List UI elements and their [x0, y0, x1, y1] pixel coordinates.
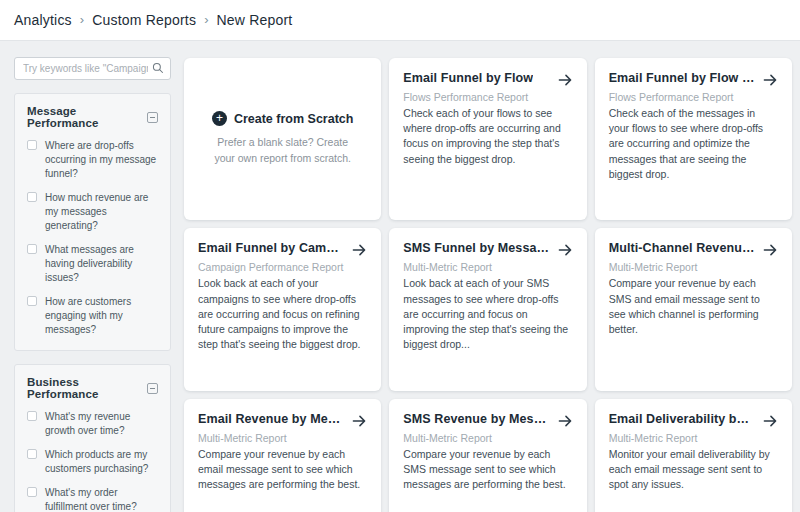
filter-section-header: Business Performance [27, 376, 158, 400]
create-from-scratch-card[interactable]: + Create from Scratch Prefer a blank sla… [184, 58, 381, 220]
report-card-title: Email Funnel by Campaign [198, 241, 345, 255]
breadcrumb-item[interactable]: Analytics [14, 12, 72, 28]
report-card-title: SMS Funnel by Message [403, 241, 550, 255]
report-grid: + Create from Scratch Prefer a blank sla… [184, 58, 792, 512]
report-card-description: Check each of your flows to see where dr… [403, 106, 572, 167]
filter-section-title: Message Performance [27, 105, 147, 129]
filter-question[interactable]: What's my revenue growth over time? [27, 410, 158, 438]
report-card[interactable]: Email Revenue by Message Multi-Metric Re… [184, 399, 381, 512]
report-card-description: Compare your revenue by each SMS message… [403, 447, 572, 493]
report-card[interactable]: SMS Revenue by Message Multi-Metric Repo… [389, 399, 586, 512]
arrow-right-icon[interactable] [762, 413, 778, 429]
search-wrap [14, 57, 171, 80]
report-card-title: Email Funnel by Flow Message [609, 71, 756, 85]
filter-question-label: How much revenue are my messages generat… [45, 191, 158, 233]
filter-question-list: Where are drop-offs occurring in my mess… [27, 139, 158, 337]
report-card-header: Email Deliverability by Message [609, 412, 778, 429]
collapse-icon[interactable] [147, 383, 158, 394]
collapse-icon[interactable] [147, 112, 158, 123]
breadcrumb-separator-icon: › [80, 12, 84, 27]
report-card-subtitle: Flows Performance Report [403, 91, 572, 103]
report-card-title: Multi-Channel Revenue by Mess... [609, 241, 756, 255]
breadcrumb-item: New Report [216, 12, 292, 28]
arrow-right-icon[interactable] [351, 242, 367, 258]
checkbox[interactable] [27, 296, 37, 306]
report-card-subtitle: Multi-Metric Report [403, 432, 572, 444]
create-card-description: Prefer a blank slate? Create your own re… [208, 135, 357, 167]
report-card[interactable]: SMS Funnel by Message Multi-Metric Repor… [389, 228, 586, 390]
report-card-title: Email Deliverability by Message [609, 412, 756, 426]
filter-question-label: Where are drop-offs occurring in my mess… [45, 139, 158, 181]
checkbox[interactable] [27, 449, 37, 459]
report-card-header: Email Revenue by Message [198, 412, 367, 429]
report-card-description: Check each of the messages in your flows… [609, 106, 778, 182]
report-card-description: Look back at each of your campaigns to s… [198, 276, 367, 352]
report-card-title: Email Revenue by Message [198, 412, 345, 426]
report-card-header: Email Funnel by Flow [403, 71, 572, 88]
breadcrumb-separator-icon: › [204, 12, 208, 27]
filter-question[interactable]: What messages are having deliverability … [27, 243, 158, 285]
arrow-right-icon[interactable] [762, 72, 778, 88]
checkbox[interactable] [27, 244, 37, 254]
checkbox[interactable] [27, 411, 37, 421]
report-card[interactable]: Multi-Channel Revenue by Mess... Multi-M… [595, 228, 792, 390]
report-card-description: Compare your revenue by each email messa… [198, 447, 367, 493]
report-card-header: Email Funnel by Flow Message [609, 71, 778, 88]
checkbox[interactable] [27, 192, 37, 202]
report-card-title: Email Funnel by Flow [403, 71, 533, 85]
report-card[interactable]: Email Funnel by Flow Flows Performance R… [389, 58, 586, 220]
filter-question[interactable]: Where are drop-offs occurring in my mess… [27, 139, 158, 181]
sidebar-sections: Message Performance Where are drop-offs … [14, 93, 171, 512]
plus-circle-icon: + [212, 111, 227, 126]
create-card-title: Create from Scratch [234, 112, 354, 126]
arrow-right-icon[interactable] [762, 242, 778, 258]
checkbox[interactable] [27, 140, 37, 150]
filter-question-label: Which products are my customers purchasi… [45, 448, 158, 476]
filter-question[interactable]: Which products are my customers purchasi… [27, 448, 158, 476]
filter-question-list: What's my revenue growth over time? Whic… [27, 410, 158, 512]
arrow-right-icon[interactable] [557, 72, 573, 88]
filter-question-label: How are customers engaging with my messa… [45, 295, 158, 337]
arrow-right-icon[interactable] [557, 413, 573, 429]
report-card-subtitle: Multi-Metric Report [609, 261, 778, 273]
sidebar: Message Performance Where are drop-offs … [14, 41, 171, 512]
report-card-description: Look back at each of your SMS messages t… [403, 276, 572, 352]
search-icon [152, 62, 164, 74]
filter-question-label: What's my revenue growth over time? [45, 410, 158, 438]
filter-question-label: What's my order fulfillment over time? [45, 486, 158, 512]
report-card-subtitle: Multi-Metric Report [198, 432, 367, 444]
arrow-right-icon[interactable] [557, 242, 573, 258]
report-card-header: Multi-Channel Revenue by Mess... [609, 241, 778, 258]
create-title-row: + Create from Scratch [212, 111, 354, 126]
filter-question[interactable]: How are customers engaging with my messa… [27, 295, 158, 337]
report-card-subtitle: Multi-Metric Report [609, 432, 778, 444]
filter-question-label: What messages are having deliverability … [45, 243, 158, 285]
report-card-subtitle: Campaign Performance Report [198, 261, 367, 273]
report-card-header: SMS Revenue by Message [403, 412, 572, 429]
report-card-title: SMS Revenue by Message [403, 412, 550, 426]
filter-section-title: Business Performance [27, 376, 147, 400]
filter-section: Message Performance Where are drop-offs … [14, 93, 171, 351]
arrow-right-icon[interactable] [351, 413, 367, 429]
app-header: Analytics›Custom Reports›New Report [0, 0, 800, 41]
checkbox[interactable] [27, 487, 37, 497]
report-card-subtitle: Multi-Metric Report [403, 261, 572, 273]
filter-section-header: Message Performance [27, 105, 158, 129]
filter-question[interactable]: What's my order fulfillment over time? [27, 486, 158, 512]
report-card-header: SMS Funnel by Message [403, 241, 572, 258]
search-input[interactable] [14, 57, 171, 80]
report-card-header: Email Funnel by Campaign [198, 241, 367, 258]
breadcrumb: Analytics›Custom Reports›New Report [14, 12, 292, 28]
report-card[interactable]: Email Funnel by Campaign Campaign Perfor… [184, 228, 381, 390]
report-card[interactable]: Email Funnel by Flow Message Flows Perfo… [595, 58, 792, 220]
filter-section: Business Performance What's my revenue g… [14, 364, 171, 512]
report-card-description: Monitor your email deliverability by eac… [609, 447, 778, 493]
breadcrumb-item[interactable]: Custom Reports [92, 12, 196, 28]
report-card-description: Compare your revenue by each SMS and ema… [609, 276, 778, 337]
report-card[interactable]: Email Deliverability by Message Multi-Me… [595, 399, 792, 512]
report-card-subtitle: Flows Performance Report [609, 91, 778, 103]
content: Message Performance Where are drop-offs … [0, 41, 800, 512]
filter-question[interactable]: How much revenue are my messages generat… [27, 191, 158, 233]
